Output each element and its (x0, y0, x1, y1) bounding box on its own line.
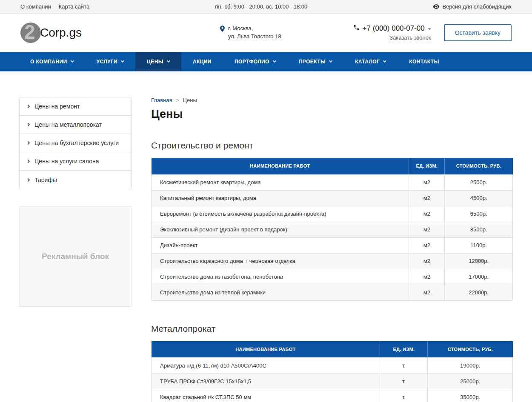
sidebar-item-label: Цены на бухгалтерские услуги (34, 140, 119, 146)
sidebar-item-label: Цены на металлопрокат (34, 121, 102, 128)
table-row: Арматура н/д (6-11,7м) d10 А500С/А400Ст.… (152, 358, 513, 373)
unit-cell: м2 (409, 269, 445, 285)
table-row: Эксклюзивный ремонт (дизайн-проект в под… (152, 222, 513, 237)
unit-cell: м2 (409, 237, 445, 253)
breadcrumb: Главная > Цены (151, 97, 513, 103)
leave-request-button[interactable]: Оставить заявку (444, 24, 512, 41)
unit-cell: т. (380, 389, 428, 402)
nav-item-prices[interactable]: ЦЕНЫ (135, 52, 181, 71)
logo[interactable]: 2 Corp.gs (20, 23, 148, 43)
price-cell: 4500р. (445, 190, 513, 206)
unit-cell: м2 (409, 206, 445, 222)
chevron-down-icon (121, 59, 124, 63)
accessibility-label: Версия для слабовидящих (442, 3, 512, 10)
chevron-down-icon (329, 59, 332, 63)
content: Цены на ремонтЦены на металлопрокатЦены … (19, 72, 513, 402)
chevron-right-icon (26, 178, 30, 181)
page-title: Цены (151, 108, 513, 121)
nav-item-label: КАТАЛОГ (355, 59, 380, 65)
sidebar-item-metal-prices[interactable]: Цены на металлопрокат (20, 116, 131, 134)
nav-item-contacts[interactable]: КОНТАКТЫ (398, 52, 450, 71)
nav-item-services[interactable]: УСЛУГИ (85, 52, 136, 71)
price-cell: 6500р. (445, 206, 513, 222)
price-cell: 8500р. (445, 222, 513, 237)
nav-item-label: О КОМПАНИИ (30, 59, 67, 65)
unit-cell: т. (380, 358, 428, 373)
price-cell: 25000р. (428, 373, 513, 389)
price-cell: 22000р. (445, 285, 513, 300)
sidebar-item-label: Тарифы (34, 177, 57, 183)
breadcrumb-current: Цены (183, 97, 197, 103)
address-line-2: ул. Льва Толстого 18 (228, 33, 281, 41)
nav-item-promos[interactable]: АКЦИИ (181, 52, 223, 71)
column-header: ЕД. ИЗМ. (409, 158, 445, 174)
column-header: ЕД. ИЗМ. (380, 341, 428, 358)
section-heading: Строительство и ремонт (151, 140, 513, 151)
phone-number-text: +7 (000) 000-07-00 (363, 24, 425, 33)
page: О компании Карта сайта пн.-сб. 9:00 - 20… (0, 0, 532, 402)
sidebar-item-repair-prices[interactable]: Цены на ремонт (20, 97, 131, 116)
work-name-cell: Косметический ремонт квартиры, дома (152, 174, 409, 190)
nav-item-label: ПРОЕКТЫ (299, 59, 326, 65)
sidebar-menu: Цены на ремонтЦены на металлопрокатЦены … (19, 97, 132, 189)
nav-item-catalog[interactable]: КАТАЛОГ (343, 52, 398, 71)
sidebar-item-salon-prices[interactable]: Цены на услуги салона (20, 152, 131, 171)
nav-item-label: УСЛУГИ (97, 59, 118, 65)
column-header: НАИМЕНОВАНИЕ РАБОТ (152, 158, 409, 174)
price-cell: 2500р. (445, 174, 513, 190)
work-name-cell: Эксклюзивный ремонт (дизайн-проект в под… (152, 222, 409, 237)
price-section-construction: Строительство и ремонтНАИМЕНОВАНИЕ РАБОТ… (151, 140, 513, 301)
unit-cell: м2 (409, 285, 445, 300)
phone-number[interactable]: +7 (000) 000-07-00 (353, 24, 431, 33)
site-header: 2 Corp.gs г. Москва, ул. Льва Толстого 1… (0, 14, 532, 52)
price-cell: 35000р. (428, 389, 513, 402)
ad-placeholder: Рекламный блок (19, 206, 132, 307)
column-header: СТОИМОСТЬ, РУБ. (445, 158, 513, 174)
price-cell: 19000р. (428, 358, 513, 373)
logo-text: Corp.gs (40, 26, 82, 40)
unit-cell: м2 (409, 190, 445, 206)
sidebar-item-label: Цены на ремонт (34, 103, 80, 110)
eye-icon (433, 4, 440, 9)
sidebar-item-accounting-prices[interactable]: Цены на бухгалтерские услуги (20, 134, 131, 152)
table-row: Строительство каркасного дома + черновая… (152, 253, 513, 269)
address-line-1: г. Москва, (228, 25, 281, 33)
chevron-right-icon (26, 160, 30, 163)
logo-icon: 2 (20, 23, 41, 43)
table-row: Строительство дома из теплой керамиким22… (152, 285, 513, 300)
unit-cell: м2 (409, 222, 445, 237)
chevron-down-icon (383, 59, 386, 63)
chevron-down-icon (167, 59, 170, 63)
table-header-row: НАИМЕНОВАНИЕ РАБОТЕД. ИЗМ.СТОИМОСТЬ, РУБ… (152, 158, 513, 174)
work-name-cell: Дизайн-проект (152, 237, 409, 253)
callback-link[interactable]: Заказать звонок (389, 34, 431, 41)
work-name-cell: Капитальный ремонт квартиры, дома (152, 190, 409, 206)
table-header-row: НАИМЕНОВАНИЕ РАБОТЕД. ИЗМ.СТОИМОСТЬ, РУБ… (152, 341, 513, 358)
nav-item-about[interactable]: О КОМПАНИИ (19, 52, 85, 71)
price-table: НАИМЕНОВАНИЕ РАБОТЕД. ИЗМ.СТОИМОСТЬ, РУБ… (151, 341, 513, 402)
price-cell: 17000р. (445, 269, 513, 285)
topbar: О компании Карта сайта пн.-сб. 9:00 - 20… (0, 0, 532, 14)
sidebar-item-tariffs[interactable]: Тарифы (20, 171, 131, 189)
phone-icon (353, 24, 360, 33)
price-sections: Строительство и ремонтНАИМЕНОВАНИЕ РАБОТ… (151, 140, 513, 402)
nav-item-portfolio[interactable]: ПОРТФОЛИО (223, 52, 287, 71)
topbar-link-sitemap[interactable]: Карта сайта (59, 3, 89, 10)
table-row: Квадрат стальной г/к СТ.3ПС 50 ммт.35000… (152, 389, 513, 402)
topbar-links: О компании Карта сайта (20, 3, 89, 10)
breadcrumb-home[interactable]: Главная (151, 97, 172, 103)
nav-item-projects[interactable]: ПРОЕКТЫ (287, 52, 343, 71)
work-name-cell: Строительство дома из газобетона, пенобе… (152, 269, 409, 285)
chevron-right-icon (26, 123, 30, 126)
table-row: ТРУБА ПРОФ.Ст3/09Г2С 15х15х1,5т.25000р. (152, 373, 513, 389)
main-nav: О КОМПАНИИУСЛУГИЦЕНЫАКЦИИПОРТФОЛИОПРОЕКТ… (0, 52, 532, 72)
work-name-cell: Квадрат стальной г/к СТ.3ПС 50 мм (152, 389, 380, 402)
breadcrumb-separator: > (176, 97, 179, 103)
phone-block: +7 (000) 000-07-00 Заказать звонок (353, 24, 431, 41)
chevron-right-icon (26, 141, 30, 145)
topbar-link-about[interactable]: О компании (20, 3, 51, 10)
accessibility-toggle[interactable]: Версия для слабовидящих (433, 3, 512, 10)
work-name-cell: Строительство каркасного дома + черновая… (152, 253, 409, 269)
chevron-down-icon (273, 59, 276, 63)
work-name-cell: Арматура н/д (6-11,7м) d10 А500С/А400С (152, 358, 380, 373)
